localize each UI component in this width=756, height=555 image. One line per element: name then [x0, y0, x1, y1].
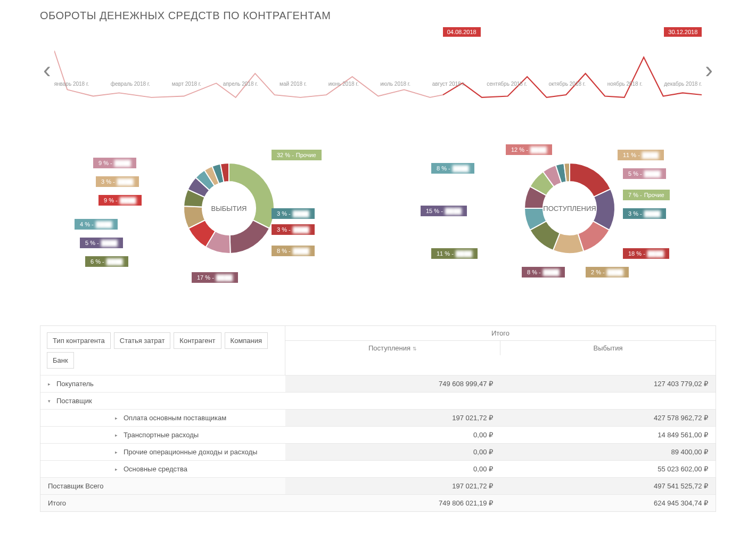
column-header-disposals[interactable]: Выбытия: [500, 341, 716, 355]
field-chip[interactable]: Компания: [225, 332, 268, 349]
chart-tag[interactable]: 5 % - ████: [80, 238, 123, 248]
table-row[interactable]: ▸Основные средства0,00 ₽55 023 602,00 ₽: [40, 460, 716, 477]
chart-tag[interactable]: 32 % - Прочие: [272, 150, 322, 160]
expand-caret-icon[interactable]: ▸: [48, 381, 53, 387]
chart-tag[interactable]: 11 % - ████: [431, 248, 478, 259]
cell-disposals: 624 945 304,74 ₽: [500, 495, 716, 511]
chart-tag[interactable]: 8 % - ████: [522, 267, 565, 278]
chart-tag[interactable]: 9 % - ████: [98, 195, 142, 206]
total-header: Итого: [285, 326, 716, 341]
chart-tag[interactable]: 3 % - ████: [623, 208, 666, 219]
disposals-donut-title: ВЫБЫТИЯ: [181, 160, 277, 256]
field-chip[interactable]: Контрагент: [174, 332, 221, 349]
cell-receipts: 749 806 021,19 ₽: [285, 495, 500, 511]
row-label[interactable]: ▾Поставщик: [40, 393, 285, 409]
chart-tag[interactable]: 8 % - ████: [272, 246, 315, 256]
cell-receipts: 197 021,72 ₽: [285, 410, 500, 426]
chart-tag[interactable]: 8 % - ████: [431, 163, 474, 174]
chart-tag[interactable]: 5 % - ████: [623, 168, 666, 179]
cell-receipts: 0,00 ₽: [285, 461, 500, 477]
cell-disposals: 89 400,00 ₽: [500, 444, 716, 460]
cell-receipts: 197 021,72 ₽: [285, 478, 500, 494]
expand-caret-icon[interactable]: ▸: [115, 450, 120, 455]
field-chip[interactable]: Банк: [47, 352, 74, 369]
cell-receipts: 0,00 ₽: [285, 444, 500, 460]
table-row[interactable]: Поставщик Всего197 021,72 ₽497 541 525,7…: [40, 477, 716, 494]
cell-disposals: 497 541 525,72 ₽: [500, 478, 716, 494]
receipts-donut-chart[interactable]: ПОСТУПЛЕНИЯ 12 % - ████11 % - ████8 % - …: [410, 144, 687, 283]
timeline-month-labels: январь 2018 г.февраль 2018 г.март 2018 г…: [54, 81, 702, 87]
chart-tag[interactable]: 17 % - ████: [192, 272, 238, 283]
chart-tag[interactable]: 3 % - ████: [272, 224, 315, 235]
cell-disposals: 14 849 561,00 ₽: [500, 427, 716, 443]
chart-tag[interactable]: 6 % - ████: [85, 256, 128, 267]
disposals-donut-chart[interactable]: ВЫБЫТИЯ 32 % - Прочие9 % - ████3 % - ███…: [69, 144, 346, 283]
cell-receipts: 0,00 ₽: [285, 427, 500, 443]
field-chip[interactable]: Статья затрат: [114, 332, 171, 349]
table-row[interactable]: Итого749 806 021,19 ₽624 945 304,74 ₽: [40, 494, 716, 511]
cell-disposals: 55 023 602,00 ₽: [500, 461, 716, 477]
cell-disposals: 127 403 779,02 ₽: [500, 376, 716, 392]
sort-icon[interactable]: ⇅: [413, 346, 417, 352]
table-row[interactable]: ▸Покупатель749 608 999,47 ₽127 403 779,0…: [40, 375, 716, 392]
chart-tag[interactable]: 18 % - ████: [623, 248, 669, 259]
cell-disposals: 427 578 962,72 ₽: [500, 410, 716, 426]
chart-tag[interactable]: 9 % - ████: [93, 158, 136, 168]
table-row[interactable]: ▸Транспортные расходы0,00 ₽14 849 561,00…: [40, 426, 716, 443]
column-header-receipts[interactable]: Поступления⇅: [285, 341, 500, 355]
table-row[interactable]: ▾Поставщик: [40, 392, 716, 409]
receipts-donut-title: ПОСТУПЛЕНИЯ: [522, 160, 618, 256]
cell-disposals: [500, 393, 716, 409]
page-title: ОБОРОТЫ ДЕНЕЖНЫХ СРЕДСТВ ПО КОНТРАГЕНТАМ: [40, 10, 716, 22]
expand-caret-icon[interactable]: ▸: [115, 432, 120, 438]
row-label[interactable]: ▸Оплата основным поставщикам: [40, 410, 285, 426]
expand-caret-icon[interactable]: ▾: [48, 398, 53, 404]
chart-tag[interactable]: 4 % - ████: [75, 219, 118, 230]
chart-tag[interactable]: 12 % - ████: [506, 144, 552, 155]
field-chips-zone[interactable]: Тип контрагентаСтатья затратКонтрагентКо…: [40, 326, 285, 375]
chart-tag[interactable]: 3 % - ████: [96, 176, 139, 187]
field-chip[interactable]: Тип контрагента: [47, 332, 111, 349]
timeline-next-arrow[interactable]: ›: [702, 58, 716, 81]
pivot-table: Тип контрагентаСтатья затратКонтрагентКо…: [40, 325, 716, 512]
chart-tag[interactable]: 3 % - ████: [272, 208, 315, 219]
table-row[interactable]: ▸Прочие операционные доходы и расходы0,0…: [40, 443, 716, 460]
chart-tag[interactable]: 15 % - ████: [421, 206, 467, 216]
chart-tag[interactable]: 7 % - Прочие: [623, 190, 670, 200]
expand-caret-icon[interactable]: ▸: [115, 467, 120, 472]
timeline[interactable]: ‹ 04.08.2018 30.12.2018 январь 2018 г.фе…: [40, 38, 716, 102]
timeline-flag-end[interactable]: 30.12.2018: [664, 27, 702, 37]
row-label[interactable]: Поставщик Всего: [40, 478, 285, 494]
cell-receipts: 749 608 999,47 ₽: [285, 376, 500, 392]
timeline-prev-arrow[interactable]: ‹: [40, 58, 54, 81]
table-row[interactable]: ▸Оплата основным поставщикам197 021,72 ₽…: [40, 409, 716, 426]
row-label[interactable]: ▸Покупатель: [40, 376, 285, 392]
expand-caret-icon[interactable]: ▸: [115, 415, 120, 421]
chart-tag[interactable]: 11 % - ████: [618, 150, 664, 160]
row-label[interactable]: ▸Прочие операционные доходы и расходы: [40, 444, 285, 460]
row-label[interactable]: ▸Транспортные расходы: [40, 427, 285, 443]
chart-tag[interactable]: 2 % - ████: [586, 267, 629, 278]
row-label[interactable]: ▸Основные средства: [40, 461, 285, 477]
timeline-flag-start[interactable]: 04.08.2018: [443, 27, 481, 37]
cell-receipts: [285, 393, 500, 409]
row-label[interactable]: Итого: [40, 495, 285, 511]
timeline-body[interactable]: 04.08.2018 30.12.2018 январь 2018 г.февр…: [54, 38, 702, 102]
